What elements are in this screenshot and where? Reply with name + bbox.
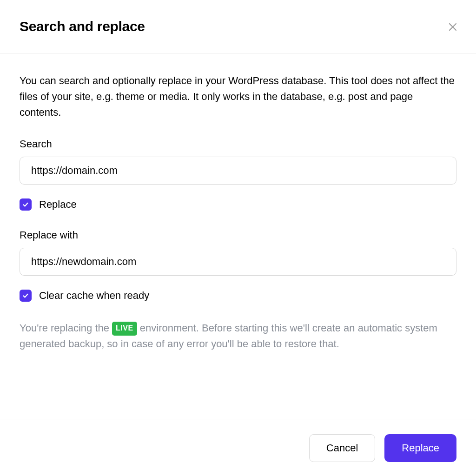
dialog-footer: Cancel Replace	[0, 419, 476, 476]
check-icon	[22, 292, 29, 299]
dialog-body: You can search and optionally replace in…	[0, 53, 476, 419]
clear-cache-checkbox[interactable]	[20, 290, 32, 302]
environment-notice: You're replacing the LIVE environment. B…	[20, 320, 456, 352]
search-replace-dialog: Search and replace You can search and op…	[0, 0, 476, 476]
search-input[interactable]	[20, 157, 456, 185]
search-field-group: Search	[20, 138, 456, 185]
replace-with-input[interactable]	[20, 248, 456, 276]
clear-cache-checkbox-label: Clear cache when ready	[39, 290, 149, 302]
search-label: Search	[20, 138, 456, 150]
live-badge: LIVE	[112, 322, 137, 336]
clear-cache-checkbox-row: Clear cache when ready	[20, 290, 456, 302]
replace-with-label: Replace with	[20, 229, 456, 241]
intro-text: You can search and optionally replace in…	[20, 73, 456, 120]
dialog-header: Search and replace	[0, 0, 476, 53]
close-icon	[448, 22, 457, 32]
replace-button[interactable]: Replace	[384, 434, 456, 462]
replace-checkbox-label: Replace	[39, 198, 77, 211]
replace-checkbox[interactable]	[20, 198, 32, 211]
cancel-button[interactable]: Cancel	[309, 434, 375, 462]
notice-prefix: You're replacing the	[20, 322, 109, 334]
replace-with-field-group: Replace with	[20, 229, 456, 276]
replace-checkbox-row: Replace	[20, 198, 456, 211]
close-button[interactable]	[448, 22, 457, 32]
check-icon	[22, 201, 29, 208]
dialog-title: Search and replace	[20, 19, 145, 34]
